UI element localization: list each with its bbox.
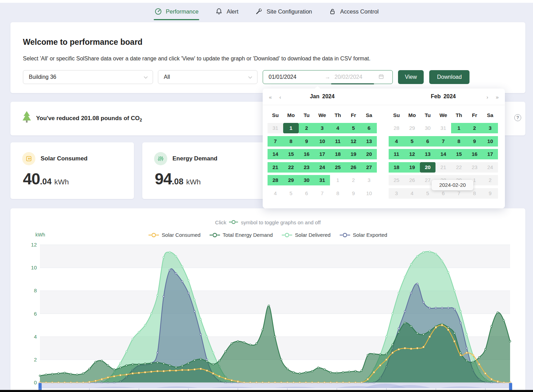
calendar-day[interactable]: 22 <box>283 162 299 173</box>
svg-text:0: 0 <box>34 380 37 385</box>
calendar-day[interactable]: 25 <box>389 175 404 185</box>
calendar-day[interactable]: 23 <box>299 162 314 173</box>
calendar-day[interactable]: 22 <box>451 162 467 173</box>
calendar-day[interactable]: 20 <box>420 162 435 173</box>
calendar-day[interactable]: 21 <box>435 162 451 173</box>
calendar-day[interactable]: 29 <box>283 175 299 185</box>
calendar-day[interactable]: 8 <box>330 188 346 199</box>
date-range-calendar-popup: « ‹ › » Jan 2024SuMoTuWeThFrSa3112345678… <box>263 89 505 208</box>
nav-tab-label: Site Configuration <box>266 8 312 15</box>
calendar-day[interactable]: 30 <box>420 123 435 133</box>
end-date-input[interactable]: 20/02/2024 <box>335 74 378 80</box>
calendar-day[interactable]: 16 <box>467 149 482 159</box>
calendar-month-title[interactable]: Feb 2024 <box>389 93 498 100</box>
calendar-day[interactable]: 16 <box>299 149 314 159</box>
calendar-day[interactable]: 3 <box>482 123 498 133</box>
nav-tab-performance[interactable]: Performance <box>154 6 199 20</box>
calendar-day[interactable]: 31 <box>314 175 330 185</box>
calendar-day[interactable]: 3 <box>314 123 330 133</box>
calendar-day[interactable]: 15 <box>451 149 467 159</box>
calendar-day[interactable]: 10 <box>482 136 498 147</box>
solshare-select[interactable]: All <box>158 70 257 84</box>
view-button[interactable]: View <box>398 70 424 84</box>
calendar-day[interactable]: 5 <box>404 136 420 147</box>
help-question-icon[interactable]: ? <box>514 114 521 121</box>
calendar-day[interactable]: 25 <box>330 162 346 173</box>
calendar-day[interactable]: 15 <box>283 149 299 159</box>
calendar-day[interactable]: 14 <box>435 149 451 159</box>
calendar-day[interactable]: 7 <box>435 136 451 147</box>
calendar-day[interactable]: 23 <box>467 162 482 173</box>
calendar-day[interactable]: 9 <box>482 188 498 199</box>
weekday-header: Mo <box>283 110 299 120</box>
download-button[interactable]: Download <box>429 70 469 84</box>
calendar-day[interactable]: 17 <box>482 149 498 159</box>
start-date-input[interactable]: 01/01/2024 <box>269 74 321 80</box>
brush-handle-right[interactable] <box>509 383 512 390</box>
calendar-day[interactable]: 31 <box>268 123 283 133</box>
calendar-day[interactable]: 6 <box>299 188 314 199</box>
calendar-day[interactable]: 31 <box>435 123 451 133</box>
calendar-day[interactable]: 5 <box>346 123 361 133</box>
nav-tab-access-control[interactable]: Access Control <box>328 6 379 20</box>
calendar-day[interactable]: 14 <box>268 149 283 159</box>
calendar-day[interactable]: 7 <box>268 136 283 147</box>
calendar-day[interactable]: 19 <box>404 162 420 173</box>
calendar-day[interactable]: 28 <box>268 175 283 185</box>
calendar-day[interactable]: 3 <box>389 188 404 199</box>
calendar-day[interactable]: 12 <box>346 136 361 147</box>
calendar-day[interactable]: 6 <box>420 136 435 147</box>
nav-tab-site-configuration[interactable]: Site Configuration <box>254 6 313 20</box>
calendar-day[interactable]: 2 <box>467 123 482 133</box>
stat-value: 40.04kWh <box>23 169 69 188</box>
calendar-day[interactable]: 26 <box>404 175 420 185</box>
bell-icon <box>215 8 223 15</box>
calendar-day[interactable]: 3 <box>361 175 377 185</box>
calendar-day[interactable]: 1 <box>283 123 299 133</box>
calendar-day[interactable]: 7 <box>314 188 330 199</box>
calendar-day[interactable]: 27 <box>361 162 377 173</box>
calendar-day[interactable]: 8 <box>451 136 467 147</box>
calendar-day[interactable]: 11 <box>330 136 346 147</box>
calendar-day[interactable]: 24 <box>314 162 330 173</box>
calendar-month-title[interactable]: Jan 2024 <box>268 93 377 100</box>
calendar-day[interactable]: 26 <box>346 162 361 173</box>
calendar-day[interactable]: 4 <box>404 188 420 199</box>
calendar-day[interactable]: 4 <box>389 136 404 147</box>
calendar-day[interactable]: 13 <box>420 149 435 159</box>
calendar-day[interactable]: 2 <box>299 123 314 133</box>
calendar-day[interactable]: 19 <box>346 149 361 159</box>
calendar-day[interactable]: 4 <box>330 123 346 133</box>
calendar-day[interactable]: 30 <box>299 175 314 185</box>
calendar-day[interactable]: 2 <box>346 175 361 185</box>
weekday-header: Tu <box>299 110 314 120</box>
calendar-day[interactable]: 1 <box>451 123 467 133</box>
calendar-day[interactable]: 10 <box>314 136 330 147</box>
calendar-day[interactable]: 24 <box>482 162 498 173</box>
calendar-day[interactable]: 10 <box>361 188 377 199</box>
calendar-day[interactable]: 12 <box>404 149 420 159</box>
calendar-day[interactable]: 18 <box>330 149 346 159</box>
calendar-day[interactable]: 20 <box>361 149 377 159</box>
nav-tab-alert[interactable]: Alert <box>214 6 239 20</box>
calendar-day[interactable]: 1 <box>330 175 346 185</box>
calendar-day[interactable]: 17 <box>314 149 330 159</box>
calendar-day[interactable]: 11 <box>389 149 404 159</box>
calendar-day[interactable]: 18 <box>389 162 404 173</box>
date-range-picker[interactable]: 01/01/2024 → 20/02/2024 <box>263 70 393 84</box>
building-select[interactable]: Building 36 <box>23 70 153 84</box>
calendar-day[interactable]: 6 <box>361 123 377 133</box>
calendar-day[interactable]: 4 <box>268 188 283 199</box>
calendar-day[interactable]: 13 <box>361 136 377 147</box>
calendar-day[interactable]: 21 <box>268 162 283 173</box>
calendar-day[interactable]: 28 <box>389 123 404 133</box>
calendar-day[interactable]: 8 <box>283 136 299 147</box>
calendar-day[interactable]: 9 <box>346 188 361 199</box>
calendar-day[interactable]: 5 <box>283 188 299 199</box>
top-navigation: Performance Alert Site Configuration Acc… <box>0 3 533 22</box>
calendar-day[interactable]: 2 <box>482 175 498 185</box>
calendar-day[interactable]: 29 <box>404 123 420 133</box>
calendar-day[interactable]: 9 <box>299 136 314 147</box>
stat-label: Solar Consumed <box>41 155 87 162</box>
calendar-day[interactable]: 9 <box>467 136 482 147</box>
